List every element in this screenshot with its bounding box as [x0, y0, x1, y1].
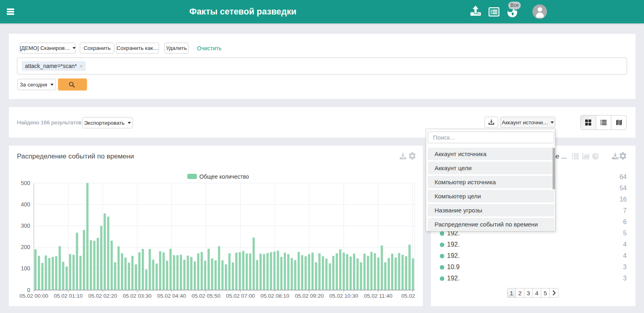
svg-text:05.02 11:40: 05.02 11:40 — [364, 293, 392, 299]
svg-text:200: 200 — [21, 244, 31, 250]
svg-text:05.02 07:00: 05.02 07:00 — [226, 293, 255, 299]
svg-text:05.02 04:40: 05.02 04:40 — [157, 293, 186, 299]
svg-text:400: 400 — [21, 201, 31, 208]
svg-text:100: 100 — [21, 265, 31, 272]
svg-text:05.02 01:10: 05.02 01:10 — [54, 293, 83, 299]
svg-text:05.02 02:20: 05.02 02:20 — [88, 293, 117, 299]
svg-text:05.02 03:30: 05.02 03:30 — [123, 293, 151, 299]
svg-text:05.02 05:50: 05.02 05:50 — [192, 293, 220, 299]
svg-text:300: 300 — [21, 222, 31, 229]
svg-text:05.02 00:00: 05.02 00:00 — [19, 293, 48, 299]
svg-text:05.02: 05.02 — [402, 293, 415, 299]
svg-text:500: 500 — [21, 180, 31, 186]
svg-text:05.02 09:20: 05.02 09:20 — [295, 293, 323, 299]
svg-text:05.02 08:10: 05.02 08:10 — [261, 293, 289, 299]
svg-text:05.02 10:30: 05.02 10:30 — [329, 293, 358, 299]
svg-text:0: 0 — [27, 287, 30, 293]
